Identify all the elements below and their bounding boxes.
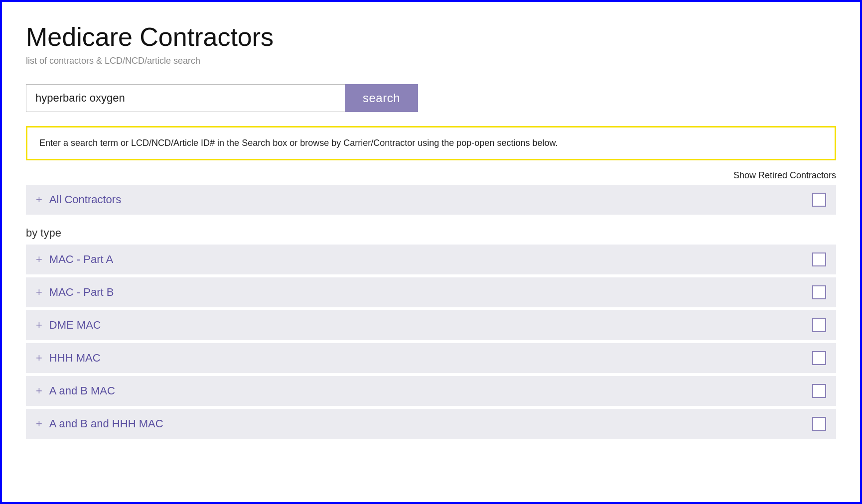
- all-contractors-checkbox[interactable]: [812, 193, 826, 207]
- all-contractors-row[interactable]: + All Contractors: [26, 185, 836, 215]
- by-type-label: by type: [26, 227, 836, 240]
- all-contractors-section: + All Contractors: [26, 185, 836, 215]
- hhh-mac-label: HHH MAC: [49, 352, 101, 365]
- a-and-b-mac-label: A and B MAC: [49, 384, 115, 397]
- search-input[interactable]: [26, 84, 345, 112]
- a-and-b-and-hhh-mac-row[interactable]: + A and B and HHH MAC: [26, 409, 836, 439]
- a-and-b-and-hhh-mac-label: A and B and HHH MAC: [49, 417, 163, 430]
- a-and-b-mac-plus-icon: +: [36, 384, 42, 397]
- page-subtitle: list of contractors & LCD/NCD/article se…: [26, 56, 836, 66]
- mac-part-b-label: MAC - Part B: [49, 286, 114, 299]
- mac-part-a-label: MAC - Part A: [49, 253, 113, 266]
- mac-part-a-row[interactable]: + MAC - Part A: [26, 245, 836, 274]
- info-banner: Enter a search term or LCD/NCD/Article I…: [26, 126, 836, 160]
- a-and-b-mac-row[interactable]: + A and B MAC: [26, 376, 836, 406]
- show-retired-link[interactable]: Show Retired Contractors: [26, 170, 836, 181]
- mac-part-b-checkbox[interactable]: [812, 285, 826, 299]
- dme-mac-plus-icon: +: [36, 319, 42, 332]
- dme-mac-label: DME MAC: [49, 319, 101, 332]
- a-and-b-mac-checkbox[interactable]: [812, 384, 826, 398]
- page-frame: Medicare Contractors list of contractors…: [0, 0, 862, 504]
- all-contractors-plus-icon: +: [36, 193, 42, 206]
- hhh-mac-row[interactable]: + HHH MAC: [26, 343, 836, 373]
- search-button[interactable]: search: [345, 84, 418, 112]
- mac-part-b-plus-icon: +: [36, 286, 42, 299]
- by-type-section: + MAC - Part A + MAC - Part B + DME MAC …: [26, 245, 836, 439]
- a-and-b-and-hhh-mac-plus-icon: +: [36, 417, 42, 430]
- all-contractors-label: All Contractors: [49, 193, 121, 206]
- a-and-b-and-hhh-mac-checkbox[interactable]: [812, 417, 826, 431]
- dme-mac-row[interactable]: + DME MAC: [26, 310, 836, 340]
- dme-mac-checkbox[interactable]: [812, 318, 826, 332]
- hhh-mac-plus-icon: +: [36, 352, 42, 365]
- page-title: Medicare Contractors: [26, 22, 836, 52]
- mac-part-a-checkbox[interactable]: [812, 252, 826, 266]
- search-row: search: [26, 84, 836, 112]
- hhh-mac-checkbox[interactable]: [812, 351, 826, 365]
- mac-part-b-row[interactable]: + MAC - Part B: [26, 277, 836, 307]
- mac-part-a-plus-icon: +: [36, 253, 42, 266]
